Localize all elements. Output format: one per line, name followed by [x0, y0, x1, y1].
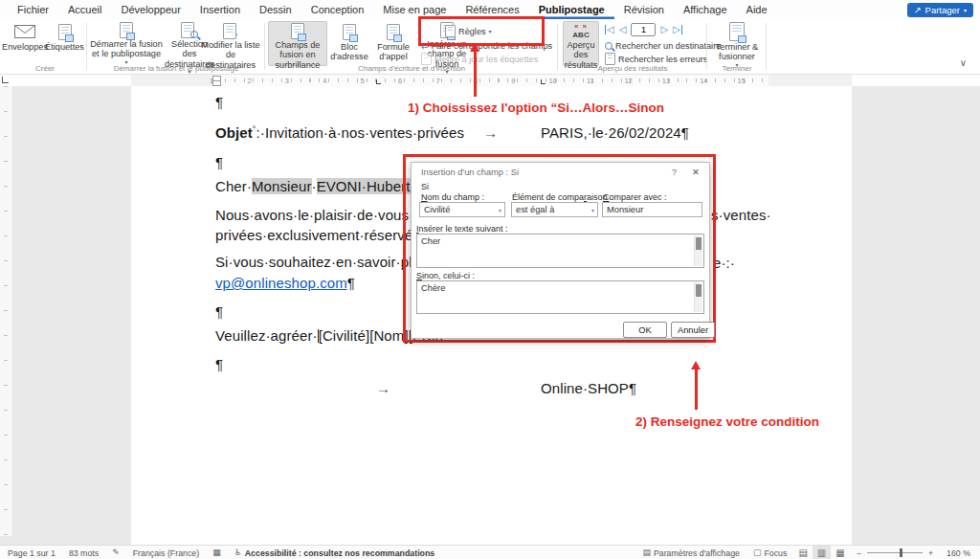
- ok-button[interactable]: OK: [623, 322, 667, 338]
- ruler-number: 5: [361, 77, 365, 85]
- scrollbar-thumb[interactable]: [696, 284, 702, 297]
- compare-to-label: Comparer avec :: [603, 192, 667, 202]
- tab-fichier[interactable]: Fichier: [8, 0, 58, 19]
- terminer-fusionner-button[interactable]: Terminer & fusionner ▾: [712, 21, 762, 64]
- preview-arrows-icon: « »: [574, 23, 588, 31]
- share-icon: ↗: [914, 5, 922, 15]
- mettre-a-jour-label: Mettre à jour les étiquettes: [434, 55, 538, 64]
- tab-dessin[interactable]: Dessin: [250, 0, 301, 19]
- paragraph-mark: ¶: [215, 356, 223, 372]
- enveloppes-button[interactable]: Enveloppes: [6, 21, 44, 64]
- email-link[interactable]: vp@onlineshop.com: [215, 275, 347, 291]
- body-line-3-right: e·:·: [713, 255, 735, 271]
- tab-revision[interactable]: Révision: [614, 0, 674, 19]
- tab-stop-marker[interactable]: [541, 79, 546, 84]
- find-recipient-icon: [605, 42, 612, 50]
- group-label-apercu: Aperçu des résultats: [561, 64, 704, 73]
- scrollbar[interactable]: [694, 282, 702, 312]
- comparison-label: Élément de comparaison :: [512, 192, 612, 202]
- field-name-value: Civilité: [424, 205, 450, 214]
- paragraph-mark: ¶: [215, 303, 223, 320]
- magnifier-icon: [190, 31, 198, 38]
- bloc-adresse-button[interactable]: Bloc d'adresse: [328, 21, 370, 64]
- otherwise-text-area[interactable]: Chère: [416, 280, 704, 314]
- focus-icon: ▢: [753, 548, 762, 557]
- accessibility-status[interactable]: ♿Accessibilité : consultez nos recommand…: [228, 546, 442, 559]
- word-window: Fichier Accueil Développeur Insertion De…: [0, 0, 980, 559]
- scrollbar-thumb[interactable]: [696, 237, 702, 250]
- ruler-number: 13: [662, 77, 670, 85]
- tab-affichage[interactable]: Affichage: [674, 0, 737, 19]
- rechercher-destinataire-button[interactable]: Rechercher un destinataire: [605, 39, 721, 52]
- collapse-ribbon-icon[interactable]: ∨: [960, 57, 967, 68]
- help-icon[interactable]: ?: [672, 167, 677, 177]
- next-record-icon[interactable]: ▷: [660, 25, 668, 34]
- demarrer-fusion-label: Démarrer la fusion et le publipostage: [90, 39, 163, 59]
- zoom-slider[interactable]: [867, 552, 923, 553]
- compare-to-input[interactable]: Monsieur: [602, 202, 702, 217]
- status-bar: Page 1 sur 1 83 mots ✎ Français (France)…: [0, 545, 980, 559]
- cancel-button[interactable]: Annuler: [671, 322, 715, 338]
- scrollbar[interactable]: [694, 235, 702, 266]
- tab-insertion[interactable]: Insertion: [190, 0, 250, 19]
- group-label-terminer: Terminer: [710, 64, 764, 73]
- highlight-merge-fields-icon: [291, 23, 304, 39]
- group-apercu: « » ABC Aperçu des résultats ◁ ◁ ▷ ▷ Rec…: [561, 19, 704, 74]
- group-terminer: Terminer & fusionner ▾ Terminer: [710, 19, 764, 74]
- display-settings-button[interactable]: ▤Paramètres d'affichage: [635, 546, 746, 559]
- comparison-combobox[interactable]: est égal à ▾: [511, 202, 598, 217]
- previous-record-icon[interactable]: ◁: [619, 25, 627, 34]
- tab-conception[interactable]: Conception: [301, 0, 374, 19]
- formule-appel-button[interactable]: Formule d'appel: [372, 21, 414, 64]
- zoom-out-icon[interactable]: −: [850, 546, 861, 559]
- abc-icon: ABC: [572, 32, 589, 39]
- tab-stop-marker[interactable]: [376, 79, 381, 84]
- zoom-slider-thumb[interactable]: [900, 548, 902, 557]
- focus-button[interactable]: ▢Focus: [746, 546, 793, 559]
- ribbon-divider: [766, 23, 767, 70]
- read-mode-icon[interactable]: ▤: [793, 546, 812, 559]
- web-layout-icon[interactable]: ▦: [831, 546, 849, 559]
- formule-appel-label: Formule d'appel: [372, 42, 414, 62]
- greeting-line-icon: [387, 24, 400, 40]
- page-indicator[interactable]: Page 1 sur 1: [0, 546, 62, 559]
- word-count[interactable]: 83 mots: [62, 546, 105, 559]
- modifier-liste-button[interactable]: ✎ Modifier la liste de destinataires: [201, 21, 260, 64]
- ruler-number: 10: [549, 77, 557, 85]
- tab-selector-icon[interactable]: [2, 77, 9, 83]
- group-label-creer: Créer: [6, 64, 84, 73]
- insert-text-area[interactable]: Cher: [416, 234, 704, 268]
- etiquettes-button[interactable]: Étiquettes: [45, 21, 84, 64]
- tab-accueil[interactable]: Accueil: [58, 0, 111, 19]
- finish-merge-icon: [729, 22, 745, 41]
- last-record-icon[interactable]: ▷: [673, 25, 682, 34]
- group-creer: Enveloppes Étiquettes Créer: [6, 19, 84, 74]
- body-line-1-right: s·ventes·: [711, 207, 771, 223]
- champs-fusion-surbrillance-button[interactable]: Champs de fusion en surbrillance: [268, 21, 327, 66]
- print-layout-icon[interactable]: ▥: [813, 546, 831, 559]
- rechercher-destinataire-label: Rechercher un destinataire: [615, 41, 721, 51]
- tab-developpeur[interactable]: Développeur: [111, 0, 189, 19]
- paragraph-mark: ¶: [215, 94, 223, 110]
- bloc-adresse-label: Bloc d'adresse: [328, 42, 370, 62]
- proofing-icon[interactable]: ✎: [105, 546, 126, 559]
- apercu-resultats-button[interactable]: « » ABC Aperçu des résultats: [563, 21, 599, 66]
- share-button[interactable]: ↗ Partager ▾: [907, 3, 973, 17]
- language-indicator[interactable]: Français (France): [126, 546, 206, 559]
- first-record-icon[interactable]: ◁: [605, 25, 614, 34]
- vertical-ruler[interactable]: [0, 86, 13, 536]
- edit-list-icon: [223, 23, 236, 39]
- record-navigator: ◁ ◁ ▷ ▷: [605, 23, 682, 35]
- tab-aide[interactable]: Aide: [737, 0, 777, 19]
- group-label-champs: Champs d'écriture et d'insertion: [268, 64, 555, 73]
- annotation-arrow-line: [474, 51, 477, 97]
- zoom-level[interactable]: 160 %: [940, 546, 980, 559]
- horizontal-ruler[interactable]: 123456789101112131415: [131, 75, 852, 86]
- close-icon[interactable]: ✕: [692, 167, 700, 177]
- field-name-combobox[interactable]: Civilité ▾: [419, 202, 505, 217]
- record-number-input[interactable]: [631, 23, 656, 36]
- zoom-in-icon[interactable]: +: [928, 546, 940, 559]
- objet-word: Objet: [215, 124, 253, 141]
- demarrer-fusion-button[interactable]: Démarrer la fusion et le publipostage ▾: [90, 21, 163, 64]
- macro-icon[interactable]: ▦: [206, 546, 228, 559]
